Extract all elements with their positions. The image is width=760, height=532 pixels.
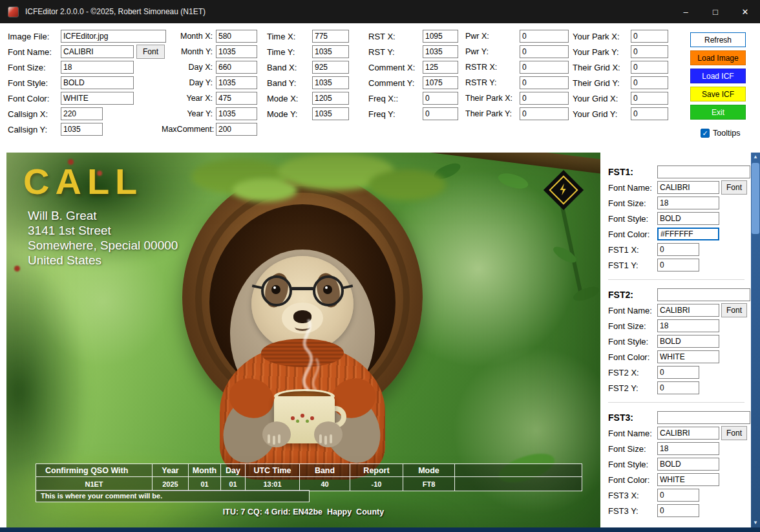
close-button[interactable]: ✕ — [730, 0, 760, 23]
mode-x-input[interactable] — [312, 92, 349, 105]
tooltips-label: Tooltips — [713, 129, 740, 138]
fst1-y-input[interactable] — [657, 259, 699, 271]
fst1-font-name-input[interactable] — [657, 181, 719, 194]
your-grid-x-input[interactable] — [631, 92, 668, 105]
fst2-text-input[interactable] — [657, 288, 750, 301]
freq-x-input[interactable] — [423, 92, 458, 105]
day-y-input[interactable] — [216, 76, 257, 89]
fst1-text-input[interactable] — [657, 165, 750, 178]
fst2-y-input[interactable] — [657, 381, 699, 394]
fst3-font-picker-button[interactable]: Font — [721, 426, 747, 440]
fst2-font-color-input[interactable] — [657, 350, 719, 363]
mode-y-input[interactable] — [312, 107, 349, 120]
their-grid-y-input[interactable] — [631, 76, 668, 89]
their-park-y-label: Their Park Y: — [465, 109, 520, 118]
fst3-font-size-input[interactable] — [657, 442, 719, 455]
font-style-input[interactable] — [61, 76, 134, 89]
font-picker-button[interactable]: Font — [136, 45, 165, 59]
callsign-x-input[interactable] — [61, 107, 103, 120]
settings-toolbar: Image File: Font Name:Font Font Size: Fo… — [0, 23, 760, 153]
your-grid-y-input[interactable] — [631, 107, 668, 120]
time-y-input[interactable] — [312, 45, 349, 58]
their-grid-x-input[interactable] — [631, 61, 668, 74]
band-x-input[interactable] — [312, 61, 349, 74]
rstr-x-input[interactable] — [520, 61, 569, 74]
sloth-eye-right-glint — [325, 286, 328, 289]
fst2-font-style-input[interactable] — [657, 335, 719, 348]
address-line-3: Somewhere, Special 00000 — [28, 238, 178, 253]
maxcomment-input[interactable] — [216, 123, 257, 136]
fst3-font-style-input[interactable] — [657, 458, 719, 471]
pwr-y-input[interactable] — [520, 45, 569, 58]
glasses-bridge — [291, 287, 314, 290]
fst1-font-color-input[interactable] — [657, 228, 719, 240]
qso-header-year: Year — [153, 464, 189, 476]
maximize-button[interactable]: □ — [701, 0, 730, 23]
month-x-input[interactable] — [216, 30, 257, 43]
fst-divider-1 — [608, 279, 744, 281]
window-title: ICFEditor 2.0.0.0 - ©2025, Robert Simone… — [25, 7, 206, 16]
fst2-font-size-input[interactable] — [657, 319, 719, 332]
image-file-input[interactable] — [61, 30, 166, 43]
font-name-input[interactable] — [61, 45, 134, 58]
fst2-font-name-input[interactable] — [657, 304, 719, 317]
qso-header-mode: Mode — [403, 464, 455, 476]
mug-deco-dot-3 — [310, 416, 314, 420]
pwr-x-input[interactable] — [520, 30, 569, 43]
their-grid-y-label: Their Grid Y: — [573, 78, 631, 88]
scrollbar-thumb[interactable] — [752, 163, 759, 234]
band-y-input[interactable] — [312, 76, 349, 89]
rstr-y-input[interactable] — [520, 76, 569, 89]
month-y-input[interactable] — [216, 45, 257, 58]
comment-y-input[interactable] — [423, 76, 458, 89]
fst2-font-picker-button[interactable]: Font — [721, 303, 747, 317]
your-park-y-input[interactable] — [631, 45, 668, 58]
comment-x-input[interactable] — [423, 61, 458, 74]
qso-value-mode: FT8 — [403, 477, 455, 491]
fst1-font-style-input[interactable] — [657, 212, 719, 225]
rst-x-input[interactable] — [423, 30, 458, 43]
fst3-x-label: FST3 X: — [608, 491, 657, 500]
sloth-eye-left — [271, 285, 280, 294]
window-titlebar: ICFEditor 2.0.0.0 - ©2025, Robert Simone… — [0, 0, 760, 23]
font-size-input[interactable] — [61, 61, 134, 74]
fst3-text-input[interactable] — [657, 411, 750, 424]
their-park-y-input[interactable] — [520, 107, 569, 120]
qsl-card-preview: CALL Will B. Great 3141 1st Street Somew… — [6, 153, 600, 527]
fst3-font-color-input[interactable] — [657, 473, 719, 486]
scroll-down-icon[interactable]: ▼ — [751, 518, 760, 527]
load-icf-button[interactable]: Load ICF — [690, 69, 746, 83]
exit-button[interactable]: Exit — [690, 105, 746, 120]
moss-clump-3 — [368, 169, 446, 200]
callsign-y-input[interactable] — [61, 123, 103, 136]
fst3-x-input[interactable] — [657, 489, 699, 502]
main-area: CALL Will B. Great 3141 1st Street Somew… — [0, 153, 760, 527]
day-x-input[interactable] — [216, 61, 257, 74]
scroll-up-icon[interactable]: ▲ — [751, 153, 760, 162]
year-x-input[interactable] — [216, 92, 257, 105]
rst-y-input[interactable] — [423, 45, 458, 58]
their-park-x-input[interactable] — [520, 92, 569, 105]
fst3-font-name-input[interactable] — [657, 427, 719, 440]
load-image-button[interactable]: Load Image — [690, 50, 746, 65]
your-park-x-input[interactable] — [631, 30, 668, 43]
vertical-scrollbar[interactable]: ▲ ▼ — [751, 153, 760, 527]
time-x-input[interactable] — [312, 30, 349, 43]
fst1-font-size-input[interactable] — [657, 197, 719, 209]
fst3-y-input[interactable] — [657, 504, 699, 517]
tooltips-checkbox[interactable]: ✓ — [701, 129, 710, 138]
fst1-x-input[interactable] — [657, 243, 699, 256]
minimize-button[interactable]: – — [671, 0, 701, 23]
steam-wisp — [288, 319, 324, 390]
fst-panel: FST1: Font Name:Font Font Size: Font Sty… — [603, 153, 751, 527]
freq-y-input[interactable] — [423, 107, 458, 120]
qso-value-day: 01 — [221, 477, 246, 491]
fst1-font-picker-button[interactable]: Font — [721, 180, 747, 195]
moss-clump-4 — [233, 178, 297, 202]
font-color-input[interactable] — [61, 92, 134, 105]
refresh-button[interactable]: Refresh — [690, 32, 746, 47]
font-size-label: Font Size: — [8, 63, 61, 72]
year-y-input[interactable] — [216, 107, 257, 120]
save-icf-button[interactable]: Save ICF — [690, 87, 746, 101]
fst2-x-input[interactable] — [657, 366, 699, 379]
